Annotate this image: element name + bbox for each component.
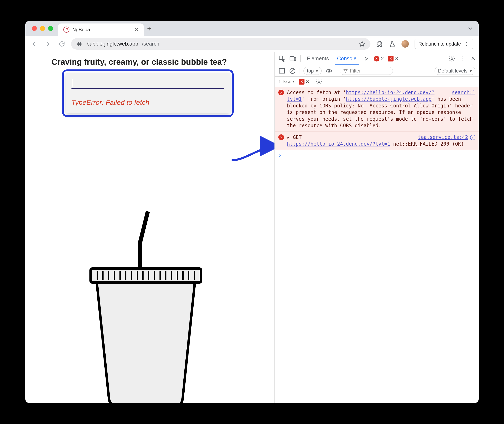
failed-url[interactable]: https://hello-io-24.deno.dev/?lvl=1 (287, 141, 390, 147)
search-input[interactable] (71, 79, 224, 89)
log-levels-selector[interactable]: Default levels ▾ (435, 67, 475, 75)
search-card-highlight: TypeError: Failed to fetch (62, 69, 234, 117)
browser-window: NgBoba ✕ ＋ bubble-jingle.web.app/search … (25, 21, 479, 403)
reload-icon[interactable] (58, 40, 65, 47)
devtools-menu-icon[interactable]: ⋮ (460, 55, 467, 62)
issue-label: 1 Issue: (278, 79, 295, 85)
network-badge-icon[interactable]: ⇅ (470, 135, 475, 140)
site-info-icon[interactable] (76, 40, 83, 47)
tab-elements[interactable]: Elements (305, 52, 331, 65)
relaunch-label: Relaunch to update (418, 41, 461, 47)
console-filter[interactable]: Filter (340, 67, 393, 75)
close-window-dot[interactable] (32, 26, 37, 31)
tab-strip: NgBoba ✕ ＋ (25, 21, 479, 36)
extensions-icon[interactable] (376, 40, 383, 47)
forward-icon[interactable] (44, 40, 51, 47)
devtools-panel: Elements Console ✕2 ✕8 ⋮ ✕ top ▾ (274, 52, 479, 403)
settings-gear-icon[interactable] (448, 55, 455, 62)
favicon-icon (63, 26, 69, 33)
boba-cup-illustration (78, 207, 213, 403)
svg-rect-0 (91, 268, 201, 282)
url-host: bubble-jingle.web.app (87, 41, 138, 47)
console-error-entry[interactable]: ✕ tea.service.ts:42 ⇅ ▸ GET https://hell… (275, 131, 479, 150)
devtools-close-icon[interactable]: ✕ (471, 55, 475, 62)
profile-avatar[interactable] (401, 40, 409, 48)
bookmark-star-icon[interactable] (359, 40, 366, 47)
svg-rect-20 (290, 56, 294, 60)
back-icon[interactable] (31, 40, 37, 47)
console-toolbar: top ▾ Filter Default levels ▾ (275, 65, 479, 77)
inspect-icon[interactable] (278, 55, 285, 62)
tab-title: NgBoba (72, 27, 90, 32)
console-prompt[interactable]: › (275, 150, 479, 161)
svg-point-27 (328, 70, 330, 72)
annotation-arrow (232, 134, 274, 167)
tabs-overflow-icon[interactable] (363, 55, 370, 62)
console-log: ✕ search:1 Access to fetch at 'https://h… (275, 87, 479, 403)
svg-rect-23 (279, 69, 285, 73)
relaunch-button[interactable]: Relaunch to update ⋮ (415, 39, 473, 49)
issue-counter[interactable]: ✕8 (299, 79, 309, 85)
page-heading: Craving fruity, creamy, or classic bubbl… (51, 57, 274, 67)
labs-icon[interactable] (389, 40, 396, 47)
svg-point-22 (451, 58, 453, 59)
error-icon: ✕ (278, 90, 284, 95)
tab-overflow-icon[interactable] (467, 25, 474, 32)
svg-point-28 (318, 81, 320, 82)
warn-counter[interactable]: ✕8 (388, 56, 398, 62)
console-issuebar: 1 Issue: ✕8 (275, 77, 479, 87)
issue-settings-icon[interactable] (316, 78, 323, 85)
context-selector[interactable]: top ▾ (304, 67, 322, 75)
live-expression-icon[interactable] (325, 67, 332, 74)
nav-buttons (31, 40, 65, 47)
svg-line-26 (291, 69, 294, 73)
window-controls (27, 26, 58, 31)
maximize-window-dot[interactable] (48, 26, 53, 31)
minimize-window-dot[interactable] (40, 26, 45, 31)
devtools-tabbar: Elements Console ✕2 ✕8 ⋮ ✕ (275, 52, 479, 65)
browser-toolbar: bubble-jingle.web.app/search Relaunch to… (25, 36, 479, 52)
browser-tab[interactable]: NgBoba ✕ (58, 24, 144, 36)
text-caret (72, 79, 72, 87)
error-counter[interactable]: ✕2 (374, 56, 384, 62)
fetch-error-text: TypeError: Failed to fetch (71, 99, 224, 106)
search-card: TypeError: Failed to fetch (66, 73, 230, 113)
content-area: Craving fruity, creamy, or classic bubbl… (25, 52, 479, 403)
console-sidebar-icon[interactable] (278, 67, 285, 74)
error-icon: ✕ (278, 134, 284, 140)
source-link[interactable]: search:1 (452, 90, 475, 95)
new-tab-button[interactable]: ＋ (146, 24, 153, 33)
cors-url-2[interactable]: https://bubble-jingle.web.app (346, 96, 431, 102)
url-path: /search (142, 41, 159, 47)
tab-console[interactable]: Console (335, 52, 358, 65)
close-tab-icon[interactable]: ✕ (134, 27, 138, 32)
device-mode-icon[interactable] (289, 55, 296, 62)
address-bar[interactable]: bubble-jingle.web.app/search (71, 38, 370, 50)
web-page: Craving fruity, creamy, or classic bubbl… (25, 52, 274, 403)
source-link[interactable]: tea.service.ts:42 (418, 134, 468, 141)
clear-console-icon[interactable] (289, 67, 296, 74)
console-error-entry[interactable]: ✕ search:1 Access to fetch at 'https://h… (275, 87, 479, 131)
svg-rect-21 (294, 57, 296, 61)
